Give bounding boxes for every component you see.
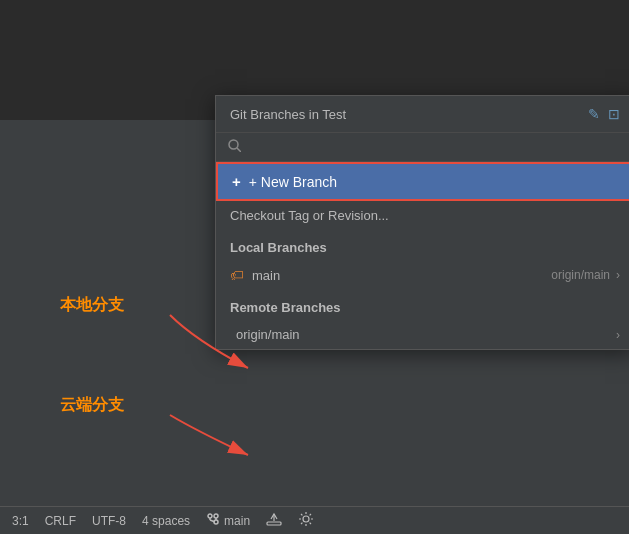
svg-point-0 xyxy=(229,140,238,149)
edit-icon[interactable]: ✎ xyxy=(588,106,600,122)
checkout-label: Checkout Tag or Revision... xyxy=(230,208,389,223)
indent: 4 spaces xyxy=(142,514,190,528)
chevron-right-icon-remote: › xyxy=(616,328,620,342)
chevron-right-icon: › xyxy=(616,268,620,282)
branch-left: 🏷 main xyxy=(230,267,280,283)
encoding: UTF-8 xyxy=(92,514,126,528)
local-branch-main[interactable]: 🏷 main origin/main › xyxy=(216,260,629,290)
svg-line-1 xyxy=(237,148,241,152)
local-label: 本地分支 xyxy=(60,296,124,313)
remote-label: 云端分支 xyxy=(60,396,124,413)
local-branch-annotation: 本地分支 xyxy=(60,295,124,316)
git-branches-panel: Git Branches in Test ✎ ⊡ + + New Branch … xyxy=(215,95,629,350)
new-branch-item[interactable]: + + New Branch xyxy=(216,162,629,201)
line-ending: CRLF xyxy=(45,514,76,528)
local-branches-header: Local Branches xyxy=(216,230,629,260)
panel-icons: ✎ ⊡ xyxy=(588,106,620,122)
plus-icon: + xyxy=(232,173,241,190)
branch-right: origin/main › xyxy=(551,268,620,282)
settings-icon[interactable] xyxy=(298,511,314,530)
new-branch-label: + New Branch xyxy=(249,174,337,190)
remote-branches-header: Remote Branches xyxy=(216,290,629,320)
panel-header: Git Branches in Test ✎ ⊡ xyxy=(216,96,629,133)
expand-icon[interactable]: ⊡ xyxy=(608,106,620,122)
line-col: 3:1 xyxy=(12,514,29,528)
push-icon[interactable] xyxy=(266,511,282,530)
checkout-item[interactable]: Checkout Tag or Revision... xyxy=(216,201,629,230)
branch-name-main: main xyxy=(252,268,280,283)
svg-point-6 xyxy=(214,514,218,518)
local-branches-title: Local Branches xyxy=(230,240,327,255)
remote-ref: origin/main xyxy=(551,268,610,282)
status-bar: 3:1 CRLF UTF-8 4 spaces main xyxy=(0,506,629,534)
remote-branch-origin-main[interactable]: origin/main › xyxy=(216,320,629,349)
git-branch-status[interactable]: main xyxy=(206,512,250,529)
remote-branch-name: origin/main xyxy=(236,327,300,342)
search-bar xyxy=(216,133,629,162)
panel-title: Git Branches in Test xyxy=(230,107,346,122)
svg-rect-10 xyxy=(267,522,281,525)
remote-branch-annotation: 云端分支 xyxy=(60,395,124,416)
svg-point-4 xyxy=(208,514,212,518)
remote-branches-title: Remote Branches xyxy=(230,300,341,315)
current-branch: main xyxy=(224,514,250,528)
search-input[interactable] xyxy=(247,140,622,155)
search-icon xyxy=(228,139,241,155)
git-icon xyxy=(206,512,220,529)
tag-icon: 🏷 xyxy=(230,267,244,283)
svg-point-12 xyxy=(303,516,309,522)
